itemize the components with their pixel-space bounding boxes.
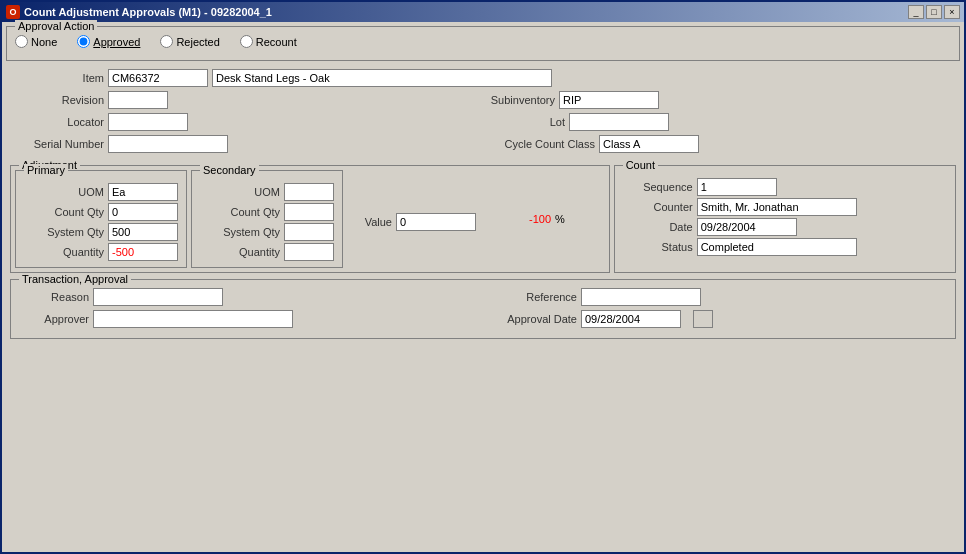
counter-input[interactable] xyxy=(697,198,857,216)
secondary-count-qty-label: Count Qty xyxy=(200,206,280,218)
primary-system-qty-input[interactable] xyxy=(108,223,178,241)
secondary-uom-row: UOM xyxy=(200,183,334,201)
count-group: Count Sequence Counter Date Status xyxy=(614,165,956,273)
lot-label: Lot xyxy=(475,116,565,128)
revision-subinventory-row: Revision Subinventory xyxy=(14,91,952,109)
primary-quantity-input[interactable] xyxy=(108,243,178,261)
approval-checkbox[interactable] xyxy=(693,310,713,328)
primary-group: Primary UOM Count Qty System Qty xyxy=(15,170,187,268)
revision-input[interactable] xyxy=(108,91,168,109)
primary-quantity-row: Quantity xyxy=(24,243,178,261)
secondary-count-qty-row: Count Qty xyxy=(200,203,334,221)
approver-label: Approver xyxy=(19,313,89,325)
approval-date-label: Approval Date xyxy=(487,313,577,325)
counter-label: Counter xyxy=(623,201,693,213)
transaction-right: Reference Approval Date xyxy=(487,288,947,330)
approval-action-group: Approval Action None Approved Rejected R… xyxy=(6,26,960,61)
maximize-button[interactable]: □ xyxy=(926,5,942,19)
value-label: Value xyxy=(347,216,392,228)
date-row: Date xyxy=(623,218,947,236)
approver-row: Approver xyxy=(19,310,479,328)
count-label: Count xyxy=(623,159,658,171)
locator-lot-row: Locator Lot xyxy=(14,113,952,131)
title-bar: O Count Adjustment Approvals (M1) - 0928… xyxy=(2,2,964,22)
approver-input[interactable] xyxy=(93,310,293,328)
adjustment-count-row: Adjustment Primary UOM Count Qty xyxy=(6,159,960,273)
radio-recount-label: Recount xyxy=(256,36,297,48)
transaction-group: Transaction, Approval Reason Approver Re… xyxy=(10,279,956,339)
content-area: Approval Action None Approved Rejected R… xyxy=(2,22,964,552)
lot-input[interactable] xyxy=(569,113,669,131)
locator-input[interactable] xyxy=(108,113,188,131)
approval-date-row: Approval Date xyxy=(487,310,947,328)
reference-row: Reference xyxy=(487,288,947,306)
minimize-button[interactable]: _ xyxy=(908,5,924,19)
cycle-count-class-input[interactable] xyxy=(599,135,699,153)
transaction-label: Transaction, Approval xyxy=(19,273,131,285)
primary-uom-row: UOM xyxy=(24,183,178,201)
subinventory-input[interactable] xyxy=(559,91,659,109)
secondary-quantity-row: Quantity xyxy=(200,243,334,261)
radio-none-input[interactable] xyxy=(15,35,28,48)
counter-row: Counter xyxy=(623,198,947,216)
value-row: Value xyxy=(347,176,476,268)
transaction-fields: Reason Approver Reference Approval Date xyxy=(19,288,947,330)
main-fields: Item Revision Subinventory Locator Lot xyxy=(6,69,960,155)
radio-rejected-input[interactable] xyxy=(160,35,173,48)
percent-value: -100 xyxy=(529,213,551,225)
radio-approved-label: Approved xyxy=(93,36,140,48)
primary-count-qty-label: Count Qty xyxy=(24,206,104,218)
value-input[interactable] xyxy=(396,213,476,231)
secondary-uom-input[interactable] xyxy=(284,183,334,201)
primary-count-qty-row: Count Qty xyxy=(24,203,178,221)
secondary-label: Secondary xyxy=(200,164,259,176)
item-label: Item xyxy=(14,72,104,84)
secondary-system-qty-input[interactable] xyxy=(284,223,334,241)
reference-input[interactable] xyxy=(581,288,701,306)
secondary-quantity-input[interactable] xyxy=(284,243,334,261)
sequence-label: Sequence xyxy=(623,181,693,193)
secondary-group: Secondary UOM Count Qty System Qty xyxy=(191,170,343,268)
primary-count-qty-input[interactable] xyxy=(108,203,178,221)
primary-label: Primary xyxy=(24,164,68,176)
item-code-input[interactable] xyxy=(108,69,208,87)
transaction-left: Reason Approver xyxy=(19,288,479,330)
locator-label: Locator xyxy=(14,116,104,128)
item-description-input xyxy=(212,69,552,87)
serial-number-input[interactable] xyxy=(108,135,228,153)
count-date-input[interactable] xyxy=(697,218,797,236)
serial-class-row: Serial Number Cycle Count Class xyxy=(14,135,952,153)
radio-recount-input[interactable] xyxy=(240,35,253,48)
primary-secondary-row: Primary UOM Count Qty System Qty xyxy=(15,170,343,268)
approval-action-label: Approval Action xyxy=(15,20,97,32)
radio-recount[interactable]: Recount xyxy=(240,35,297,48)
secondary-uom-label: UOM xyxy=(200,186,280,198)
radio-rejected[interactable]: Rejected xyxy=(160,35,219,48)
primary-uom-label: UOM xyxy=(24,186,104,198)
serial-number-label: Serial Number xyxy=(14,138,104,150)
secondary-count-qty-input[interactable] xyxy=(284,203,334,221)
primary-system-qty-label: System Qty xyxy=(24,226,104,238)
item-row: Item xyxy=(14,69,952,87)
radio-none[interactable]: None xyxy=(15,35,57,48)
percent-sign: % xyxy=(555,213,565,225)
title-buttons: _ □ × xyxy=(908,5,960,19)
radio-approved[interactable]: Approved xyxy=(77,35,140,48)
approval-date-input[interactable] xyxy=(581,310,681,328)
status-label: Status xyxy=(623,241,693,253)
reason-input[interactable] xyxy=(93,288,223,306)
primary-system-qty-row: System Qty xyxy=(24,223,178,241)
revision-label: Revision xyxy=(14,94,104,106)
radio-approved-input[interactable] xyxy=(77,35,90,48)
close-button[interactable]: × xyxy=(944,5,960,19)
cycle-count-class-label: Cycle Count Class xyxy=(485,138,595,150)
approval-radio-group: None Approved Rejected Recount xyxy=(15,29,951,54)
primary-uom-input[interactable] xyxy=(108,183,178,201)
secondary-quantity-label: Quantity xyxy=(200,246,280,258)
window-title: Count Adjustment Approvals (M1) - 092820… xyxy=(24,6,272,18)
sequence-input[interactable] xyxy=(697,178,777,196)
count-date-label: Date xyxy=(623,221,693,233)
radio-rejected-label: Rejected xyxy=(176,36,219,48)
secondary-system-qty-row: System Qty xyxy=(200,223,334,241)
status-input[interactable] xyxy=(697,238,857,256)
